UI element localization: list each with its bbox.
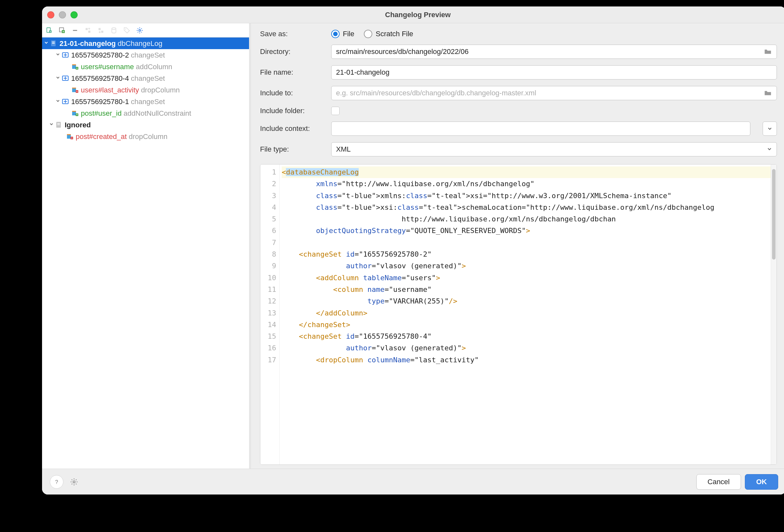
directory-input[interactable]: src/main/resources/db/changelog/2022/06 [331, 45, 777, 59]
settings-icon[interactable] [135, 26, 144, 35]
include-to-input[interactable]: e.g. src/main/resources/db/changelog/db.… [331, 86, 777, 100]
tree-change[interactable]: post#created_at dropColumn [42, 130, 249, 142]
directory-label: Directory: [260, 48, 331, 56]
radio-on-icon [331, 30, 340, 38]
changelog-tree[interactable]: 21-01-changelog dbChangeLog 165575692578… [42, 37, 249, 469]
window-title: Changelog Preview [78, 11, 758, 19]
zoom-window-button[interactable] [71, 11, 78, 19]
move-up-icon[interactable] [83, 26, 92, 35]
add-icon[interactable] [58, 26, 67, 35]
changeset-icon [61, 51, 69, 59]
tree-root-type: dbChangeLog [118, 38, 162, 49]
database-icon[interactable] [109, 26, 118, 35]
file-name-label: File name: [260, 68, 331, 77]
svg-point-9 [125, 28, 126, 29]
include-folder-checkbox[interactable] [331, 107, 340, 115]
dialog-body: 21-01-changelog dbChangeLog 165575692578… [42, 23, 784, 469]
editor-scrollbar[interactable] [771, 165, 777, 465]
tree-changeset[interactable]: 1655756925780-4 changeSet [42, 72, 249, 84]
gear-icon[interactable] [67, 475, 81, 489]
svg-rect-4 [86, 28, 88, 30]
save-as-scratch-radio[interactable]: Scratch File [364, 30, 413, 38]
svg-rect-27 [57, 123, 60, 124]
minimize-window-button[interactable] [59, 11, 66, 19]
tree-root-name: 21-01-changelog [59, 38, 116, 49]
tree-change[interactable]: users#last_activity dropColumn [42, 84, 249, 96]
tree-change[interactable]: post#user_id addNotNullConstraint [42, 107, 249, 119]
change-op: dropColumn [141, 85, 180, 95]
help-icon[interactable]: ? [50, 475, 63, 489]
dialog-footer: ? Cancel OK [42, 469, 784, 495]
svg-rect-16 [72, 64, 76, 65]
cancel-button[interactable]: Cancel [696, 474, 741, 490]
svg-rect-5 [88, 30, 90, 32]
radio-label: File [343, 30, 354, 38]
radio-off-icon [364, 30, 372, 38]
close-window-button[interactable] [47, 11, 54, 19]
svg-rect-28 [57, 124, 60, 125]
drop-column-icon [66, 133, 74, 140]
window-controls [47, 11, 78, 19]
changeset-id: 1655756925780-4 [71, 73, 129, 84]
changeset-id: 1655756925780-1 [71, 96, 129, 107]
changelog-file-icon [50, 40, 58, 47]
changeset-icon [61, 98, 69, 105]
add-column-icon [71, 63, 79, 70]
tree-changeset[interactable]: 1655756925780-1 changeSet [42, 96, 249, 107]
include-context-input[interactable] [331, 121, 750, 136]
browse-folder-icon[interactable] [764, 89, 772, 97]
svg-rect-20 [72, 88, 76, 89]
changelog-preview-window: Changelog Preview [42, 6, 784, 495]
ok-button[interactable]: OK [745, 474, 778, 490]
chevron-down-icon[interactable] [49, 121, 54, 128]
file-name-input[interactable]: 21-01-changelog [331, 65, 777, 80]
editor-code[interactable]: <databaseChangeLog xmlns="http://www.liq… [280, 165, 771, 465]
changeset-id: 1655756925780-2 [71, 50, 129, 60]
directory-value: src/main/resources/db/changelog/2022/06 [336, 48, 469, 56]
svg-text:?: ? [55, 479, 58, 484]
include-to-placeholder: e.g. src/main/resources/db/changelog/db.… [336, 89, 536, 97]
save-as-file-radio[interactable]: File [331, 30, 354, 38]
save-as-label: Save as: [260, 30, 331, 38]
svg-rect-12 [52, 42, 55, 42]
change-ref: users#last_activity [81, 85, 139, 95]
drop-column-icon [71, 86, 79, 93]
browse-folder-icon[interactable] [764, 48, 772, 56]
chevron-down-icon[interactable] [55, 98, 61, 105]
changeset-icon [61, 75, 69, 82]
change-op: addNotNullConstraint [123, 108, 191, 119]
chevron-down-icon[interactable] [55, 75, 61, 82]
desktop: Changelog Preview [0, 0, 784, 532]
change-op: dropColumn [129, 131, 168, 142]
svg-point-10 [139, 29, 141, 31]
file-type-select[interactable]: XML [331, 142, 777, 156]
tree-root[interactable]: 21-01-changelog dbChangeLog [42, 37, 249, 49]
tree-changeset[interactable]: 1655756925780-2 changeSet [42, 49, 249, 61]
xml-preview-editor[interactable]: 1234567891011121314151617 <databaseChang… [260, 164, 777, 465]
new-changeset-icon[interactable] [45, 26, 54, 35]
scrollbar-thumb[interactable] [772, 169, 776, 260]
svg-rect-30 [67, 134, 71, 135]
include-context-label: Include context: [260, 124, 331, 133]
tree-ignored[interactable]: Ignored [42, 119, 249, 130]
include-context-dropdown[interactable] [763, 121, 777, 136]
editor-gutter: 1234567891011121314151617 [260, 165, 280, 465]
radio-label: Scratch File [375, 30, 413, 38]
tree-change[interactable]: users#username addColumn [42, 61, 249, 72]
ignored-icon [55, 121, 63, 128]
file-type-value: XML [336, 145, 351, 153]
file-name-value: 21-01-changelog [336, 68, 389, 77]
change-ref: post#user_id [81, 108, 121, 119]
add-constraint-icon [71, 110, 79, 117]
move-down-icon[interactable] [96, 26, 106, 35]
chevron-down-icon[interactable] [55, 52, 61, 59]
tag-icon[interactable] [122, 26, 131, 35]
chevron-down-icon[interactable] [43, 40, 49, 47]
form-panel: Save as: File Scratch File [251, 23, 784, 469]
change-ref: post#created_at [76, 131, 127, 142]
chevron-down-icon [767, 145, 772, 153]
titlebar: Changelog Preview [42, 6, 784, 23]
svg-rect-7 [101, 30, 103, 32]
remove-icon[interactable] [71, 26, 80, 35]
ignored-label: Ignored [65, 120, 91, 130]
